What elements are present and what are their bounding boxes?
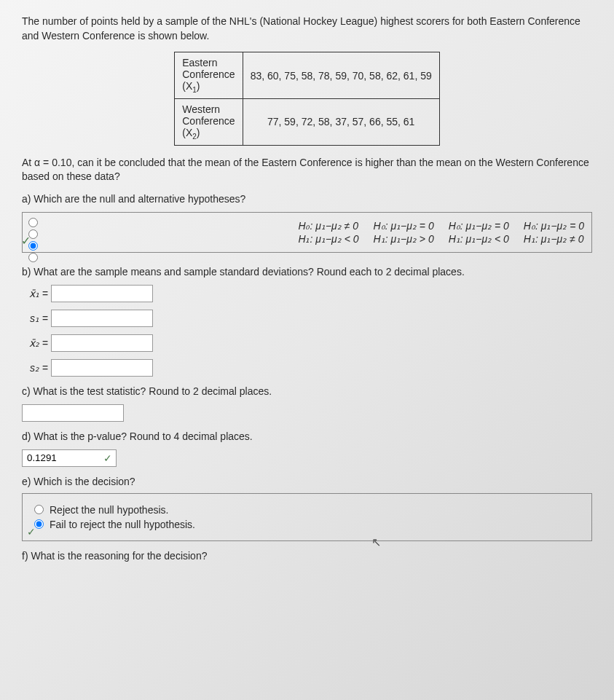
hypothesis-options: H₀: μ₁−μ₂ ≠ 0 H₁: μ₁−μ₂ < 0 H₀: μ₁−μ₂ = … — [22, 212, 592, 253]
s1-input[interactable] — [51, 310, 153, 327]
hyp-option-1-text: H₀: μ₁−μ₂ = 0 H₁: μ₁−μ₂ ≠ 0 — [524, 220, 584, 245]
x1bar-input[interactable] — [51, 285, 153, 302]
west-label: WesternConference(X2) — [175, 98, 243, 145]
east-label: EasternConference(X1) — [175, 52, 243, 99]
problem-intro: The number of points held by a sample of… — [22, 15, 592, 43]
pvalue-input[interactable] — [22, 449, 117, 467]
part-b-label: b) What are the sample means and sample … — [22, 266, 592, 278]
part-c-label: c) What is the test statistic? Round to … — [22, 385, 592, 397]
reject-label: Reject the null hypothesis. — [50, 504, 168, 516]
check-icon: ✓ — [103, 452, 112, 464]
test-statistic-input[interactable] — [22, 404, 124, 422]
part-d-label: d) What is the p-value? Round to 4 decim… — [22, 430, 592, 442]
part-f-label: f) What is the reasoning for the decisio… — [22, 550, 592, 562]
x2bar-label: x̄₂ = — [22, 337, 51, 349]
hyp-option-2-text: H₀: μ₁−μ₂ = 0 H₁: μ₁−μ₂ < 0 — [449, 220, 509, 245]
alpha-question: At α = 0.10, can it be concluded that th… — [22, 156, 592, 184]
x1bar-label: x̄₁ = — [22, 288, 51, 299]
radio-reject[interactable] — [34, 505, 44, 514]
east-data: 83, 60, 75, 58, 78, 59, 70, 58, 62, 61, … — [243, 52, 439, 99]
part-e-label: e) Which is the decision? — [22, 476, 592, 487]
s2-label: s₂ = — [22, 362, 51, 374]
s2-input[interactable] — [51, 359, 153, 377]
decision-options: Reject the null hypothesis. Fail to reje… — [22, 493, 592, 541]
hyp-option-3-text: H₀: μ₁−μ₂ = 0 H₁: μ₁−μ₂ > 0 — [374, 220, 434, 245]
data-table: EasternConference(X1) 83, 60, 75, 58, 78… — [174, 52, 439, 146]
x2bar-input[interactable] — [51, 334, 153, 352]
s1-label: s₁ = — [22, 312, 51, 324]
check-icon: ✓ — [21, 234, 31, 248]
west-data: 77, 59, 72, 58, 37, 57, 66, 55, 61 — [243, 98, 439, 145]
hyp-option-4-text: H₀: μ₁−μ₂ ≠ 0 H₁: μ₁−μ₂ < 0 — [298, 220, 358, 245]
radio-option-4[interactable] — [28, 253, 38, 262]
fail-reject-label: Fail to reject the null hypothesis. — [50, 519, 195, 530]
check-icon: ✓ — [27, 526, 36, 538]
part-a-label: a) Which are the null and alternative hy… — [22, 193, 592, 205]
